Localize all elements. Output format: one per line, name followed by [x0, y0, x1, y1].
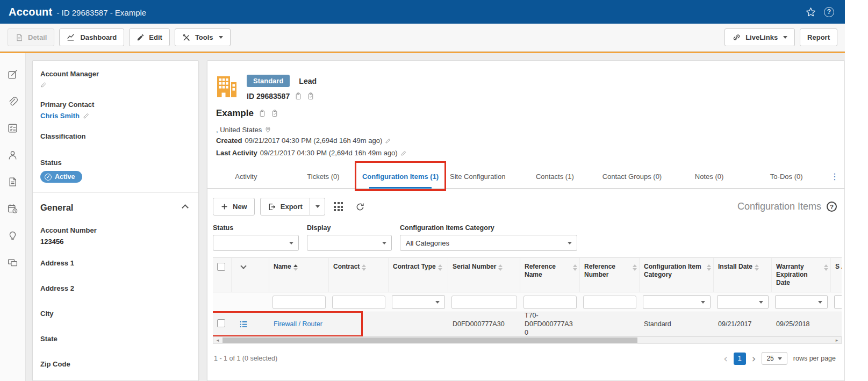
tab-contacts[interactable]: Contacts (1) [517, 165, 594, 188]
category-filter-label: Configuration Items Category [400, 224, 577, 232]
status-field: Status ✓ Active [40, 158, 191, 183]
column-header-reference-name[interactable]: Reference Name [520, 258, 580, 292]
tools-icon [182, 33, 191, 42]
state-label: State [40, 334, 191, 343]
clipboard-check-icon[interactable] [271, 109, 278, 118]
export-menu-button[interactable] [310, 198, 325, 215]
tools-button[interactable]: Tools [175, 28, 231, 46]
rows-per-page-select[interactable]: 25 [762, 352, 787, 365]
edit-pencil-icon[interactable] [83, 112, 90, 119]
tab-todos[interactable]: To-Dos (0) [748, 165, 825, 188]
help-icon[interactable]: ? [824, 7, 834, 17]
report-button[interactable]: Report [800, 28, 837, 46]
scrollbar-track[interactable] [222, 337, 833, 343]
left-icon-rail [0, 53, 26, 381]
edit-pencil-icon[interactable] [40, 81, 47, 88]
tab-contact-groups[interactable]: Contact Groups (0) [593, 165, 671, 188]
livelinks-button[interactable]: LiveLinks [724, 28, 795, 46]
row-checkbox[interactable] [217, 319, 225, 327]
item-name-link[interactable]: Firewall / Router [274, 320, 322, 328]
edit-pencil-icon[interactable] [400, 150, 407, 156]
page: Account - ID 29683587 - Example ? Detail… [0, 0, 868, 381]
more-tabs-icon[interactable]: ⋮ [825, 165, 844, 188]
contract-filter-input[interactable] [332, 296, 385, 309]
compose-icon[interactable] [0, 61, 25, 88]
horizontal-scrollbar: ◂ ▸ [213, 336, 842, 344]
column-header-cutoff[interactable]: S A [831, 258, 842, 292]
person-icon[interactable] [0, 141, 25, 168]
detail-button[interactable]: Detail [8, 28, 54, 46]
reference-name-filter-input[interactable] [523, 296, 577, 309]
zip-label: Zip Code [40, 360, 191, 369]
cutoff-filter-select[interactable] [834, 295, 842, 309]
item-install-date: 09/21/2017 [714, 318, 772, 330]
item-detail-list-icon[interactable] [239, 320, 265, 329]
column-header-install-date[interactable]: Install Date [714, 258, 772, 292]
edit-button[interactable]: Edit [129, 28, 170, 46]
category-column-filter-select[interactable] [643, 295, 711, 309]
tab-tickets[interactable]: Tickets (0) [285, 165, 362, 188]
column-header-warranty-expiration[interactable]: Warranty Expiration Date [772, 258, 831, 292]
configuration-items-table: Name Contract Contract Type Serial Numbe… [213, 257, 842, 336]
document-icon[interactable] [0, 168, 25, 195]
devices-icon[interactable] [0, 249, 25, 276]
edit-pencil-icon[interactable] [385, 138, 391, 144]
tab-activity[interactable]: Activity [207, 165, 285, 188]
grid-help-icon[interactable]: ? [827, 202, 837, 212]
warranty-filter-select[interactable] [775, 295, 828, 309]
column-header-category[interactable]: Configuration Item Category [640, 258, 714, 292]
column-chooser-icon[interactable] [331, 199, 347, 215]
column-header-reference-number[interactable]: Reference Number [580, 258, 640, 292]
scroll-right-icon[interactable]: ▸ [833, 337, 841, 343]
serial-number-filter-input[interactable] [451, 296, 517, 309]
lightbulb-icon[interactable] [0, 222, 25, 249]
contract-type-filter-select[interactable] [392, 295, 445, 309]
collapse-chevron-icon[interactable] [182, 204, 189, 211]
primary-contact-link[interactable]: Chris Smith [40, 112, 80, 120]
tab-notes[interactable]: Notes (0) [671, 165, 748, 188]
calendar-clock-icon[interactable] [0, 195, 25, 222]
report-label: Report [807, 33, 830, 41]
tab-configuration-items[interactable]: Configuration Items (1) [362, 165, 439, 188]
status-label: Status [40, 158, 191, 167]
map-pin-icon[interactable] [264, 126, 271, 134]
copy-icon[interactable] [295, 92, 302, 100]
column-header-contract[interactable]: Contract [329, 258, 389, 292]
next-page-icon[interactable]: › [752, 354, 756, 364]
bulk-actions-chevron-icon[interactable] [240, 263, 246, 269]
zip-field: Zip Code [40, 360, 191, 369]
column-header-contract-type[interactable]: Contract Type [389, 258, 448, 292]
sidebar-divider [33, 192, 198, 193]
row-count-summary: 1 - 1 of 1 (0 selected) [214, 355, 277, 362]
status-filter-select[interactable] [213, 235, 299, 251]
clipboard-check-icon[interactable] [307, 92, 314, 100]
scroll-left-icon[interactable]: ◂ [213, 337, 222, 343]
category-filter-select[interactable]: All Categories [400, 235, 577, 251]
display-filter-select[interactable] [307, 235, 392, 251]
table-row[interactable]: Firewall / Router D0FD000777A30 T70-D0FD… [213, 312, 842, 336]
previous-page-icon[interactable]: ‹ [723, 354, 728, 364]
checklist-icon[interactable] [0, 114, 25, 141]
reference-number-filter-input[interactable] [583, 296, 636, 309]
current-page-button[interactable]: 1 [734, 353, 746, 365]
select-all-checkbox[interactable] [217, 263, 225, 271]
refresh-icon[interactable] [352, 199, 368, 215]
account-number-value: 123456 [40, 238, 191, 246]
column-header-name[interactable]: Name [269, 258, 329, 292]
paperclip-icon[interactable] [0, 88, 25, 114]
new-button[interactable]: New [213, 198, 255, 215]
column-header-serial-number[interactable]: Serial Number [448, 258, 520, 292]
new-label: New [233, 203, 247, 211]
account-type-badge: Standard [247, 75, 290, 87]
copy-icon[interactable] [259, 109, 266, 118]
tab-site-configuration[interactable]: Site Configuration [439, 165, 517, 188]
scrollbar-thumb[interactable] [223, 337, 637, 343]
dashboard-button[interactable]: Dashboard [59, 28, 124, 46]
tools-label: Tools [195, 33, 213, 41]
export-button[interactable]: Export [260, 198, 310, 215]
item-category: Standard [640, 318, 714, 330]
install-date-filter-select[interactable] [717, 295, 769, 309]
name-filter-input[interactable] [272, 296, 326, 309]
plus-icon [220, 203, 228, 211]
favorite-star-icon[interactable] [805, 6, 816, 18]
